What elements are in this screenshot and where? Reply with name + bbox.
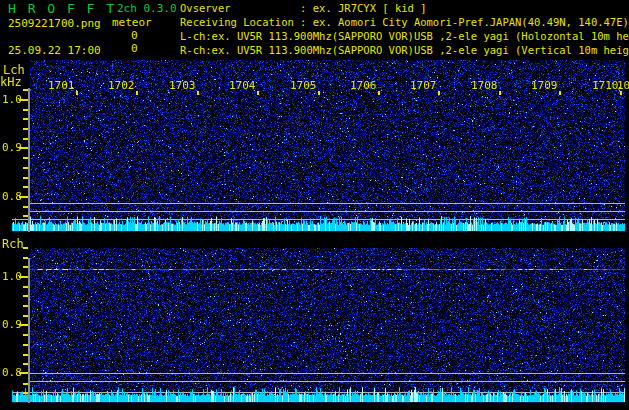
hrofft-screen: H R O F F T 2ch 0.3.0 2509221700.png met… [0,0,629,410]
freq-minor-tick [23,334,28,336]
freq-minor-tick [23,257,28,259]
meteor-count-2: 0 [131,42,138,55]
header-info: Ovserver : ex. JR7CYX [ kid ] Receiving … [180,1,629,59]
freq-minor-tick [23,363,28,365]
freq-minor-tick [23,344,28,346]
freq-minor-tick [23,383,28,385]
lch-unit-label: kHz [0,75,22,89]
datetime-label: 25.09.22 17:00 [8,44,101,57]
freq-minor-tick [23,315,28,317]
freq-major-tick [19,99,28,101]
freq-major-tick [19,196,28,198]
time-tick [136,91,138,95]
freq-minor-tick [23,247,28,249]
freq-minor-tick [23,118,28,120]
freq-minor-tick [23,286,28,288]
lch-config-line: L-ch:ex. UV5R 113.900Mhz(SAPPORO VOR)USB… [180,29,629,43]
freq-minor-tick [23,206,28,208]
output-filename: 2509221700.png [8,17,101,30]
rch-config-line: R-ch:ex. UV5R 113.900Mhz(SAPPORO VOR)USB… [180,43,629,57]
freq-minor-tick [23,157,28,159]
time-tick [438,91,440,95]
time-tick [318,91,320,95]
freq-minor-tick [23,167,28,169]
freq-minor-tick [23,266,28,268]
freq-minor-tick [23,138,28,140]
rch-label: Rch [2,237,24,251]
freq-major-tick [19,372,28,374]
meteor-counter-label: meteor [112,16,152,29]
freq-major-tick [19,276,28,278]
time-label: 1709 [531,79,558,92]
freq-minor-tick [23,295,28,297]
freq-minor-tick [23,305,28,307]
time-tick [499,91,501,95]
freq-major-tick [19,147,28,149]
observer-line: Ovserver : ex. JR7CYX [ kid ] [180,1,629,15]
app-version: 2ch 0.3.0 [117,2,177,15]
meteor-count-1: 0 [131,29,138,42]
time-tick [257,91,259,95]
rch-spectrogram [8,248,625,403]
time-label: 1703 [169,79,196,92]
time-label: 1702 [108,79,135,92]
freq-minor-tick [23,215,28,217]
rch-freq-axis-line [28,258,30,403]
freq-minor-tick [23,392,28,394]
freq-minor-tick [23,186,28,188]
time-tick [378,91,380,95]
freq-minor-tick [23,128,28,130]
time-label: 1706 [350,79,377,92]
time-label-partial: 10 [617,79,629,92]
time-tick [559,91,561,95]
app-title: H R O F F T [8,1,116,16]
freq-minor-tick [23,109,28,111]
receiving-location-line: Receiving Location : ex. Aomori City Aom… [180,15,629,29]
time-label: 1701 [48,79,75,92]
time-label: 1705 [290,79,317,92]
freq-minor-tick [23,354,28,356]
time-label: 1708 [471,79,498,92]
time-label: 1707 [410,79,437,92]
lch-freq-axis-line [28,88,30,232]
time-tick [76,91,78,95]
time-label: 1710 [592,79,619,92]
freq-major-tick [19,324,28,326]
freq-minor-tick [23,89,28,91]
time-label: 1704 [229,79,256,92]
freq-minor-tick [23,177,28,179]
time-tick [197,91,199,95]
